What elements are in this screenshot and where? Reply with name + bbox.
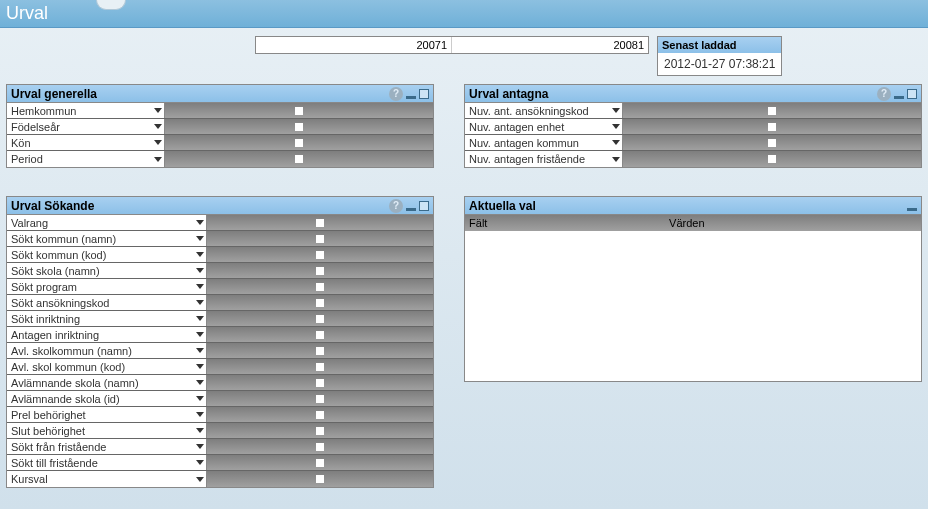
checkbox-icon [316,443,324,451]
checkbox-icon [316,331,324,339]
checkbox-icon [316,459,324,467]
filter-value-area[interactable] [207,359,433,374]
chevron-down-icon [196,364,204,369]
chevron-down-icon [612,157,620,162]
maximize-icon[interactable] [419,201,429,211]
filter-value-area[interactable] [207,423,433,438]
page-title: Urval [0,3,48,24]
filter-dropdown[interactable]: Sökt kommun (namn) [7,231,207,246]
filter-value-area[interactable] [207,327,433,342]
filter-dropdown[interactable]: Prel behörighet [7,407,207,422]
filter-dropdown[interactable]: Sökt program [7,279,207,294]
last-loaded-value: 2012-01-27 07:38:21 [658,53,781,75]
filter-label: Sökt från fristående [11,441,106,453]
filter-dropdown[interactable]: Sökt inriktning [7,311,207,326]
filter-value-area[interactable] [207,375,433,390]
filter-dropdown[interactable]: Sökt till fristående [7,455,207,470]
filter-dropdown[interactable]: Avlämnande skola (namn) [7,375,207,390]
maximize-icon[interactable] [419,89,429,99]
help-icon[interactable]: ? [389,199,403,213]
filter-value-area[interactable] [207,231,433,246]
year-from-input[interactable] [256,37,452,53]
filter-dropdown[interactable]: Nuv. antagen fristående [465,151,623,167]
panel-header: Urval generella ? [7,85,433,103]
filter-value-area[interactable] [207,295,433,310]
checkbox-icon [316,347,324,355]
filter-dropdown[interactable]: Sökt från fristående [7,439,207,454]
filter-value-area[interactable] [165,103,433,118]
year-to-input[interactable] [452,37,648,53]
filter-dropdown[interactable]: Nuv. antagen enhet [465,119,623,134]
help-icon[interactable]: ? [877,87,891,101]
filter-dropdown[interactable]: Födelseår [7,119,165,134]
filter-value-area[interactable] [207,311,433,326]
chevron-down-icon [196,220,204,225]
filter-dropdown[interactable]: Kön [7,135,165,150]
filter-label: Slut behörighet [11,425,85,437]
filter-row: Födelseår [7,119,433,135]
filter-dropdown[interactable]: Avl. skolkommun (namn) [7,343,207,358]
filter-label: Sökt program [11,281,77,293]
filter-value-area[interactable] [207,247,433,262]
filter-label: Kön [11,137,31,149]
filter-dropdown[interactable]: Sökt kommun (kod) [7,247,207,262]
chevron-down-icon [196,332,204,337]
filter-value-area[interactable] [207,455,433,470]
filter-dropdown[interactable]: Avl. skol kommun (kod) [7,359,207,374]
filter-dropdown[interactable]: Antagen inriktning [7,327,207,342]
checkbox-icon [295,139,303,147]
chevron-down-icon [196,380,204,385]
filter-label: Nuv. antagen enhet [469,121,564,133]
filter-dropdown[interactable]: Slut behörighet [7,423,207,438]
filter-value-area[interactable] [165,135,433,150]
checkbox-icon [316,299,324,307]
minimize-icon[interactable] [907,208,917,211]
filter-row: Avlämnande skola (id) [7,391,433,407]
help-icon[interactable]: ? [389,87,403,101]
chevron-down-icon [196,236,204,241]
minimize-icon[interactable] [406,96,416,99]
panel-title: Aktuella val [469,199,536,213]
filter-value-area[interactable] [207,215,433,230]
filter-value-area[interactable] [623,103,921,118]
filter-label: Sökt skola (namn) [11,265,100,277]
filter-row: Slut behörighet [7,423,433,439]
filter-row: Sökt inriktning [7,311,433,327]
filter-dropdown[interactable]: Sökt ansökningskod [7,295,207,310]
filter-row: Sökt kommun (namn) [7,231,433,247]
panel-header: Aktuella val [465,197,921,215]
chevron-down-icon [196,316,204,321]
filter-value-area[interactable] [207,391,433,406]
filter-label: Avlämnande skola (id) [11,393,120,405]
filter-value-area[interactable] [623,119,921,134]
filter-dropdown[interactable]: Kursval [7,471,207,487]
filter-value-area[interactable] [207,343,433,358]
filter-value-area[interactable] [623,135,921,150]
aktuella-empty-area [465,231,921,381]
filter-dropdown[interactable]: Valrang [7,215,207,230]
minimize-icon[interactable] [894,96,904,99]
filter-dropdown[interactable]: Avlämnande skola (id) [7,391,207,406]
checkbox-icon [316,363,324,371]
filter-dropdown[interactable]: Period [7,151,165,167]
column-header-field: Fält [465,217,665,229]
filter-value-area[interactable] [165,151,433,167]
maximize-icon[interactable] [907,89,917,99]
filter-value-area[interactable] [207,279,433,294]
filter-dropdown[interactable]: Hemkommun [7,103,165,118]
filter-row: Nuv. antagen fristående [465,151,921,167]
minimize-icon[interactable] [406,208,416,211]
filter-value-area[interactable] [207,439,433,454]
filter-label: Sökt ansökningskod [11,297,109,309]
filter-label: Period [11,153,43,165]
filter-value-area[interactable] [165,119,433,134]
chevron-down-icon [612,124,620,129]
filter-dropdown[interactable]: Nuv. ant. ansökningskod [465,103,623,118]
checkbox-icon [768,139,776,147]
filter-dropdown[interactable]: Sökt skola (namn) [7,263,207,278]
filter-value-area[interactable] [207,263,433,278]
filter-value-area[interactable] [207,407,433,422]
filter-dropdown[interactable]: Nuv. antagen kommun [465,135,623,150]
filter-value-area[interactable] [207,471,433,487]
filter-value-area[interactable] [623,151,921,167]
